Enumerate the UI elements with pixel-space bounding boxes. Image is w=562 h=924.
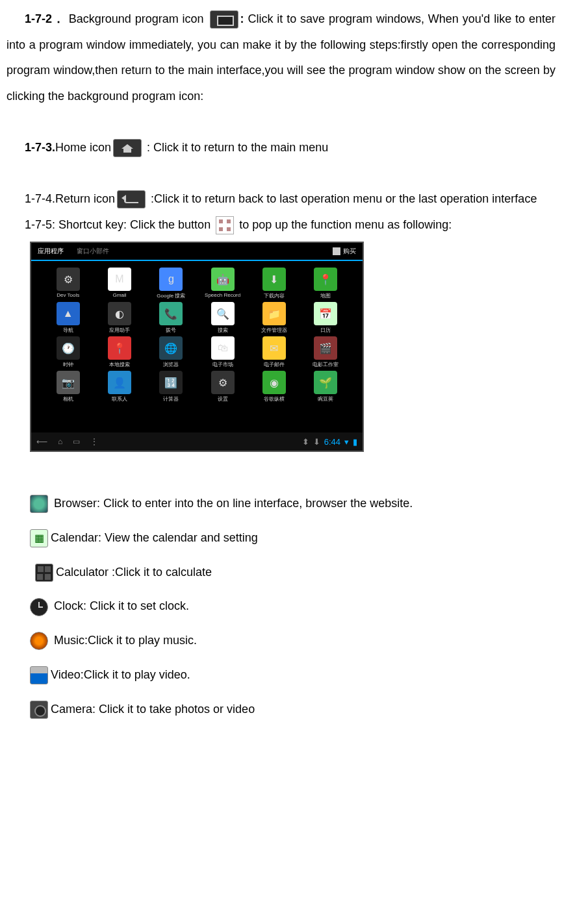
item-calendar: ▦Calendar: View the calendar and setting <box>6 523 556 553</box>
app-cell: gGoogle 搜索 <box>147 268 195 299</box>
app-icon: ◐ <box>108 302 131 325</box>
app-icon: 🕐 <box>57 336 80 360</box>
app-icon: ✉ <box>262 336 286 360</box>
shortcut-grid-icon <box>216 216 234 234</box>
app-cell: 📷相机 <box>44 371 92 403</box>
text-1-7-3-body: : Click it to return to the main menu <box>144 141 328 154</box>
app-label: 导航 <box>44 327 92 334</box>
app-icon: 📅 <box>314 302 337 325</box>
app-icon: 📁 <box>262 302 286 325</box>
app-icon: ◉ <box>262 371 286 394</box>
app-label: 搜索 <box>199 327 246 334</box>
app-cell: ⚙设置 <box>199 371 246 403</box>
app-cell: MGmail <box>96 268 143 299</box>
app-icon: ⬇ <box>262 268 286 291</box>
app-label: 电子邮件 <box>250 361 298 368</box>
app-cell: ✉电子邮件 <box>250 336 298 368</box>
app-label: Gmail <box>96 292 143 298</box>
android-menu-screenshot: 应用程序 窗口小部件 购买 ⚙Dev ToolsMGmailgGoogle 搜索… <box>30 242 364 452</box>
app-icon: 🎬 <box>314 336 337 360</box>
app-icon: 📍 <box>108 336 131 360</box>
app-cell: 🌱豌豆荚 <box>302 371 350 403</box>
app-icon: 🌱 <box>314 371 337 394</box>
calendar-text: Calendar: View the calendar and setting <box>51 531 258 544</box>
nav-more-icon: ⋮ <box>90 437 98 446</box>
app-icon: 📍 <box>314 268 337 291</box>
app-label: 电子市场 <box>199 361 246 368</box>
app-icon: 🔍 <box>211 302 235 325</box>
app-cell: 🔢计算器 <box>147 371 195 403</box>
calculator-icon <box>35 564 53 582</box>
app-label: 下载内容 <box>250 292 298 299</box>
app-cell: 📁文件管理器 <box>250 302 298 334</box>
camera-text: Camera: Click it to take photos or video <box>51 703 255 716</box>
item-music: Music:Click it to play music. <box>6 625 556 656</box>
app-icon: g <box>159 268 183 291</box>
app-label: Speech Record <box>199 292 246 298</box>
nav-home-icon: ⌂ <box>58 437 62 446</box>
clock-text: Clock: Click it to set clock. <box>51 599 189 612</box>
app-icon: 🔢 <box>159 371 183 394</box>
app-cell: 🎬电影工作室 <box>302 336 350 368</box>
text-shortcut-prefix: 1-7-5: Shortcut key: Click the button <box>25 218 214 231</box>
text-1-7-4-body: :Click it to return back to last operati… <box>147 192 537 205</box>
clock-icon <box>30 598 48 616</box>
app-icon: M <box>108 268 131 291</box>
nav-recent-icon: ▭ <box>73 437 80 446</box>
nav-back-icon: ⟵ <box>36 437 47 446</box>
app-icon: 🌐 <box>159 336 183 360</box>
text-home-prefix: Home icon <box>55 141 111 154</box>
app-cell: 🕐时钟 <box>44 336 92 368</box>
browser-text: Browser: Click to enter into the on line… <box>51 497 413 510</box>
app-icon: 📷 <box>57 371 80 394</box>
app-icon: ⚙ <box>57 268 80 291</box>
text-return-prefix: 1-7-4.Return icon <box>25 192 115 205</box>
app-cell: 🤖Speech Record <box>199 268 246 299</box>
app-label: 设置 <box>199 395 246 403</box>
screenshot-topbar: 应用程序 窗口小部件 购买 <box>31 243 363 261</box>
app-cell: 👤联系人 <box>96 371 143 403</box>
purchase-link: 购买 <box>333 247 356 256</box>
section-1-7-3: 1-7-3.Home icon : Click it to return to … <box>6 135 556 161</box>
colon: : <box>240 12 248 25</box>
text-1-7-5-suffix: to pop up the function menu as following… <box>236 218 452 231</box>
camera-icon <box>30 701 48 719</box>
bag-icon <box>333 247 340 255</box>
app-icon: 👤 <box>108 371 131 394</box>
screenshot-navbar: ⟵ ⌂ ▭ ⋮ ⬍ ⬇ 6:44 ▾ ▮ <box>31 432 363 451</box>
app-icon: 🤖 <box>211 268 235 291</box>
browser-icon <box>30 495 48 513</box>
app-cell: 📞拨号 <box>147 302 195 334</box>
item-clock: Clock: Click it to set clock. <box>6 591 556 621</box>
section-1-7-2: 1-7-2． Background program icon : Click i… <box>6 6 556 109</box>
app-cell: 🛍电子市场 <box>199 336 246 368</box>
app-label: 豌豆荚 <box>302 395 350 403</box>
app-label: 浏览器 <box>147 361 195 368</box>
app-icon: 📞 <box>159 302 183 325</box>
app-cell: 🔍搜索 <box>199 302 246 334</box>
app-label: 本地搜索 <box>96 361 143 368</box>
nav-dl-icon: ⬇ <box>313 437 320 447</box>
app-icon: 🛍 <box>211 336 235 360</box>
nav-time: 6:44 <box>324 437 340 447</box>
app-label: 谷歌纵横 <box>250 395 298 403</box>
app-label: Google 搜索 <box>147 292 195 299</box>
app-label: 日历 <box>302 327 350 334</box>
video-text: Video:Click it to play video. <box>51 668 190 681</box>
item-browser: Browser: Click to enter into the on line… <box>6 488 556 519</box>
app-cell: ▲导航 <box>44 302 92 334</box>
app-label: 联系人 <box>96 395 143 403</box>
app-label: 计算器 <box>147 395 195 403</box>
app-cell: 🌐浏览器 <box>147 336 195 368</box>
section-1-7-4: 1-7-4.Return icon :Click it to return ba… <box>6 186 556 212</box>
app-label: 拨号 <box>147 327 195 334</box>
app-cell: ◐应用助手 <box>96 302 143 334</box>
home-icon <box>113 139 142 157</box>
text-bg-prefix: Background program icon <box>69 12 208 25</box>
nav-wifi-icon: ▾ <box>344 437 349 447</box>
heading-1-7-2: 1-7-2． <box>25 12 65 25</box>
calculator-text: Calculator :Click it to calculate <box>56 566 212 579</box>
app-label: Dev Tools <box>44 292 92 298</box>
app-cell: ⚙Dev Tools <box>44 268 92 299</box>
app-label: 时钟 <box>44 361 92 368</box>
